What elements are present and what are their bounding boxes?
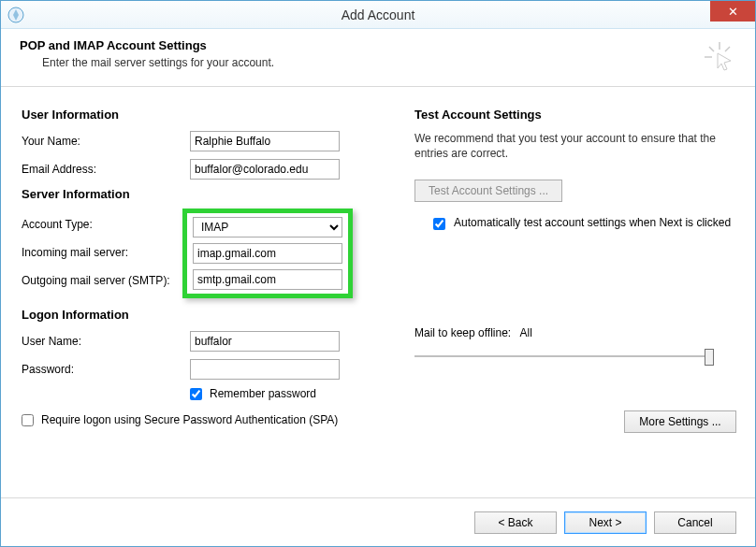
auto-test-label: Automatically test account settings when…: [454, 215, 731, 230]
auto-test-checkbox[interactable]: [433, 218, 445, 230]
slider-track: [414, 355, 714, 357]
server-labels: Account Type: Incoming mail server: Outg…: [22, 210, 170, 295]
incoming-server-input[interactable]: [193, 243, 342, 264]
section-server-info: Server Information: [22, 187, 396, 201]
mail-offline-value: All: [520, 326, 532, 339]
label-user-name: User Name:: [22, 335, 190, 348]
section-logon-info: Logon Information: [22, 308, 396, 322]
remember-password-label: Remember password: [210, 387, 316, 400]
next-button[interactable]: Next >: [564, 511, 647, 534]
header-subtitle: Enter the mail server settings for your …: [42, 56, 736, 69]
more-settings-button[interactable]: More Settings ...: [624, 410, 736, 433]
mail-offline-section: Mail to keep offline: All: [414, 326, 736, 366]
spa-checkbox[interactable]: [22, 414, 34, 426]
your-name-input[interactable]: [190, 131, 340, 151]
label-incoming: Incoming mail server:: [22, 238, 170, 266]
titlebar: Add Account ✕: [1, 1, 755, 29]
remember-password-row: Remember password: [190, 387, 396, 400]
spa-label: Require logon using Secure Password Auth…: [41, 413, 338, 426]
email-input[interactable]: [190, 159, 340, 180]
label-email: Email Address:: [22, 163, 190, 176]
back-button[interactable]: < Back: [474, 511, 557, 534]
section-user-info: User Information: [22, 108, 396, 122]
auto-test-row: Automatically test account settings when…: [429, 215, 736, 233]
mail-offline-label: Mail to keep offline:: [414, 326, 511, 339]
server-rows: Account Type: Incoming mail server: Outg…: [22, 210, 396, 304]
window-title: Add Account: [1, 7, 755, 22]
wizard-footer: < Back Next > Cancel: [1, 497, 755, 546]
label-account-type: Account Type:: [22, 210, 170, 238]
wizard-header: POP and IMAP Account Settings Enter the …: [1, 29, 755, 87]
svg-line-4: [725, 47, 730, 51]
account-type-select[interactable]: IMAP: [193, 217, 342, 238]
close-button[interactable]: ✕: [710, 1, 755, 22]
outgoing-server-input[interactable]: [193, 269, 342, 290]
wizard-body: User Information Your Name: Email Addres…: [1, 87, 755, 440]
section-test-settings: Test Account Settings: [414, 108, 736, 122]
label-your-name: Your Name:: [22, 135, 190, 148]
server-highlight-box: IMAP: [182, 209, 353, 298]
left-column: User Information Your Name: Email Addres…: [22, 104, 396, 433]
right-column: Test Account Settings We recommend that …: [414, 104, 736, 433]
test-settings-desc: We recommend that you test your account …: [414, 131, 736, 161]
close-icon: ✕: [728, 5, 738, 19]
cancel-button[interactable]: Cancel: [654, 511, 736, 534]
remember-password-checkbox[interactable]: [190, 388, 202, 400]
app-icon: [7, 6, 25, 24]
cursor-icon: [703, 40, 736, 77]
label-password: Password:: [22, 363, 190, 376]
add-account-window: Add Account ✕ POP and IMAP Account Setti…: [0, 0, 756, 547]
header-title: POP and IMAP Account Settings: [20, 38, 736, 52]
test-account-settings-button[interactable]: Test Account Settings ...: [414, 180, 562, 202]
user-name-input[interactable]: [190, 331, 340, 352]
password-input[interactable]: [190, 359, 340, 380]
label-outgoing: Outgoing mail server (SMTP):: [22, 266, 170, 295]
slider-thumb[interactable]: [705, 349, 714, 366]
svg-line-3: [709, 47, 714, 51]
spa-row: Require logon using Secure Password Auth…: [22, 413, 396, 426]
mail-offline-slider[interactable]: [414, 347, 714, 366]
